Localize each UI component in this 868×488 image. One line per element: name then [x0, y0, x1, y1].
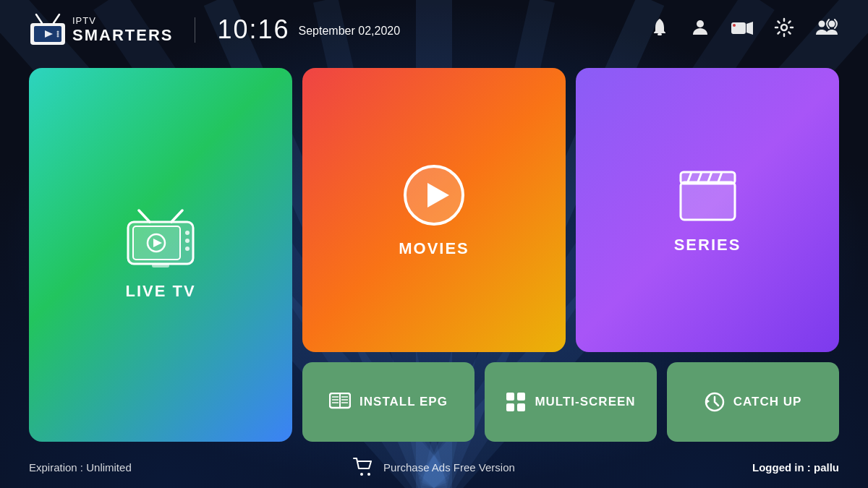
- svg-rect-17: [658, 33, 662, 35]
- svg-marker-20: [746, 22, 753, 35]
- svg-point-24: [819, 20, 825, 27]
- catch-up-card[interactable]: CATCH UP: [667, 362, 839, 442]
- header-icons: REC: [650, 17, 839, 43]
- svg-point-14: [57, 31, 59, 33]
- movies-label: MOVIES: [399, 239, 469, 258]
- notification-icon[interactable]: [650, 17, 670, 43]
- svg-point-59: [367, 473, 370, 476]
- svg-rect-54: [506, 403, 514, 411]
- install-epg-icon: [329, 393, 351, 411]
- logo-smarters-label: SMARTERS: [72, 26, 173, 45]
- live-tv-label: LIVE TV: [125, 282, 195, 301]
- series-card[interactable]: SERIES: [576, 68, 839, 352]
- logo: IPTV SMARTERS: [29, 13, 173, 46]
- catch-up-label: CATCH UP: [733, 395, 802, 409]
- multi-screen-icon: [506, 392, 526, 412]
- purchase-info[interactable]: Purchase Ads Free Version: [299, 458, 569, 476]
- multi-screen-card[interactable]: MULTI-SCREEN: [485, 362, 657, 442]
- profile-icon[interactable]: [690, 17, 710, 43]
- svg-line-27: [171, 210, 182, 222]
- svg-marker-57: [707, 399, 710, 403]
- svg-rect-53: [517, 393, 525, 401]
- svg-point-15: [57, 33, 59, 35]
- logged-in-info: Logged in : pallu: [569, 461, 839, 474]
- logo-text: IPTV SMARTERS: [72, 15, 173, 45]
- svg-rect-55: [517, 403, 525, 411]
- settings-icon[interactable]: [774, 17, 794, 43]
- cart-icon: [353, 458, 375, 476]
- footer: Expiration : Unlimited Purchase Ads Free…: [29, 449, 839, 488]
- live-tv-card[interactable]: LIVE TV: [29, 68, 292, 442]
- svg-point-34: [185, 247, 190, 251]
- svg-rect-38: [681, 182, 735, 220]
- movies-icon: [401, 163, 467, 228]
- header-divider: [195, 17, 195, 43]
- svg-point-23: [781, 25, 787, 30]
- svg-point-58: [360, 473, 363, 476]
- main-grid: LIVE TV MOVIES SERIES INSTALL EPG MULTI-…: [29, 53, 839, 449]
- svg-point-18: [697, 20, 704, 27]
- logo-tv-icon: [29, 13, 67, 46]
- svg-text:REC: REC: [733, 30, 741, 35]
- time-section: 10:16 September 02,2020: [217, 14, 635, 45]
- svg-point-21: [733, 24, 736, 27]
- record-icon[interactable]: REC: [731, 19, 754, 41]
- svg-point-32: [185, 231, 190, 235]
- movies-card[interactable]: MOVIES: [302, 68, 566, 352]
- header: IPTV SMARTERS 10:16 September 02,2020: [29, 0, 839, 53]
- series-icon: [677, 166, 739, 224]
- install-epg-card[interactable]: INSTALL EPG: [302, 362, 475, 442]
- install-epg-label: INSTALL EPG: [359, 395, 448, 409]
- expiration-label: Expiration : Unlimited: [29, 461, 132, 474]
- svg-rect-52: [506, 393, 514, 401]
- logged-in-label: Logged in :: [752, 461, 814, 474]
- svg-point-33: [185, 239, 190, 243]
- live-tv-icon: [124, 209, 197, 270]
- logged-in-user: pallu: [814, 461, 839, 474]
- svg-line-12: [54, 14, 59, 23]
- switch-user-icon[interactable]: [814, 17, 839, 43]
- svg-line-11: [36, 14, 42, 23]
- bottom-row: INSTALL EPG MULTI-SCREEN CATCH UP: [302, 362, 839, 442]
- svg-rect-35: [152, 264, 169, 267]
- svg-point-16: [57, 35, 59, 38]
- catch-up-icon: [705, 392, 725, 412]
- logo-iptv-label: IPTV: [72, 15, 173, 26]
- multi-screen-label: MULTI-SCREEN: [535, 395, 635, 409]
- series-label: SERIES: [674, 236, 741, 254]
- svg-line-26: [139, 210, 150, 222]
- purchase-label: Purchase Ads Free Version: [383, 461, 515, 474]
- expiration-info: Expiration : Unlimited: [29, 461, 299, 474]
- date-display: September 02,2020: [299, 25, 401, 38]
- svg-point-25: [829, 20, 835, 27]
- clock-display: 10:16: [217, 14, 289, 45]
